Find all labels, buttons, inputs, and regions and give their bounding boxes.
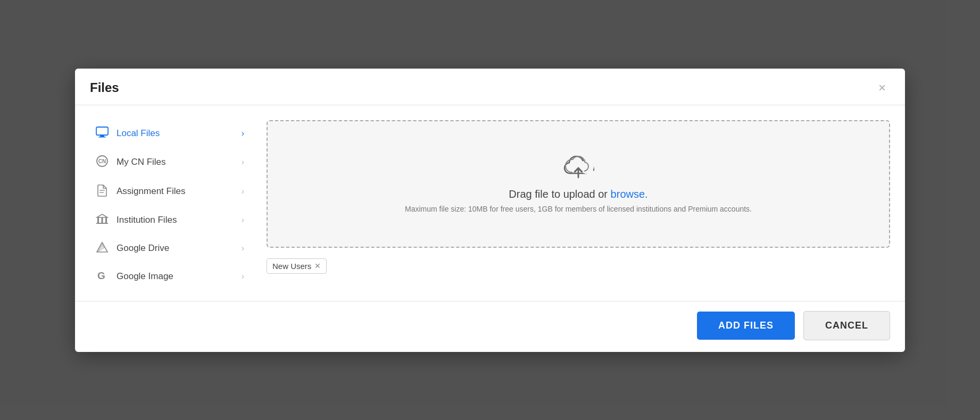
cancel-button[interactable]: CANCEL: [803, 311, 890, 340]
svg-rect-10: [105, 217, 107, 223]
svg-rect-8: [97, 217, 99, 223]
sidebar-item-assignment-files-label: Assignment Files: [117, 186, 234, 197]
svg-rect-9: [102, 217, 103, 223]
close-button[interactable]: ×: [874, 79, 890, 96]
dropzone-sub-text: Maximum file size: 10MB for free users, …: [405, 205, 752, 213]
sidebar-item-google-image[interactable]: G Google Image ›: [90, 263, 250, 290]
svg-rect-11: [96, 223, 108, 224]
modal-body: Local Files › CN My CN Files ›: [75, 105, 905, 301]
sidebar-item-local-files-chevron: ›: [242, 129, 244, 138]
cloud-upload-icon: [562, 154, 594, 181]
tag-label: New Users: [272, 262, 311, 271]
cn-icon: CN: [95, 155, 109, 170]
sidebar-item-local-files[interactable]: Local Files ›: [90, 120, 250, 147]
files-modal: Files × Local Files ›: [75, 69, 905, 352]
sidebar-item-local-files-label: Local Files: [117, 128, 234, 139]
drive-icon: [95, 241, 109, 256]
modal-title: Files: [90, 80, 119, 95]
dropzone-main-text: Drag file to upload or browse.: [509, 188, 647, 200]
svg-text:CN: CN: [98, 158, 106, 164]
svg-rect-0: [96, 127, 108, 135]
sidebar-item-assignment-files-chevron: ›: [242, 187, 244, 196]
add-files-button[interactable]: ADD FILES: [697, 312, 795, 340]
tags-row: New Users ✕: [267, 258, 890, 274]
sidebar-item-google-drive-chevron: ›: [242, 243, 244, 253]
modal-header: Files ×: [75, 69, 905, 105]
modal-overlay: Files × Local Files ›: [0, 0, 980, 420]
sidebar-item-my-cn-files-chevron: ›: [242, 157, 244, 167]
browse-link[interactable]: browse.: [611, 188, 648, 200]
doc-icon: [95, 184, 109, 199]
modal-footer: ADD FILES CANCEL: [75, 301, 905, 352]
sidebar-item-institution-files[interactable]: Institution Files ›: [90, 207, 250, 234]
svg-marker-7: [97, 214, 107, 217]
google-icon: G: [95, 270, 109, 284]
sidebar-item-institution-files-chevron: ›: [242, 215, 244, 225]
sidebar-item-institution-files-label: Institution Files: [117, 215, 234, 225]
sidebar-item-assignment-files[interactable]: Assignment Files ›: [90, 178, 250, 206]
sidebar-item-google-drive-label: Google Drive: [117, 243, 234, 254]
sidebar-item-google-image-label: Google Image: [117, 271, 234, 282]
svg-rect-1: [100, 135, 104, 137]
sidebar-item-my-cn-files[interactable]: CN My CN Files ›: [90, 148, 250, 177]
upload-dropzone[interactable]: Drag file to upload or browse. Maximum f…: [267, 120, 890, 248]
sidebar: Local Files › CN My CN Files ›: [90, 120, 250, 290]
main-content: Drag file to upload or browse. Maximum f…: [267, 120, 890, 290]
sidebar-item-google-image-chevron: ›: [242, 272, 244, 281]
svg-text:G: G: [97, 270, 105, 281]
sidebar-item-my-cn-files-label: My CN Files: [117, 157, 234, 167]
svg-rect-2: [98, 137, 106, 138]
monitor-icon: [95, 127, 109, 141]
sidebar-item-google-drive[interactable]: Google Drive ›: [90, 235, 250, 262]
institution-icon: [95, 213, 109, 228]
tag-remove-button[interactable]: ✕: [314, 262, 321, 270]
tag-new-users: New Users ✕: [267, 258, 327, 274]
